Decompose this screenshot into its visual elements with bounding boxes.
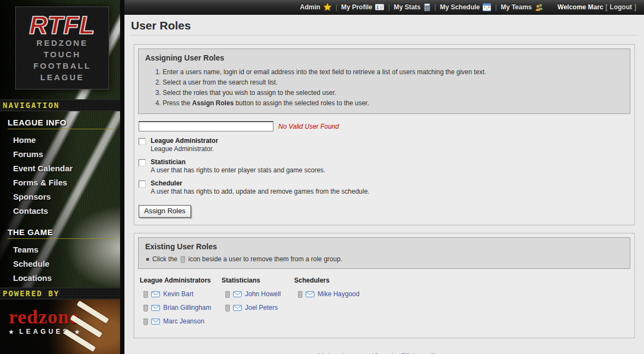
rtfl-logo[interactable]: RTFL REDZONE TOUCH FOOTBALL LEAGUE xyxy=(15,7,109,89)
sidebar-divider xyxy=(120,0,124,354)
note-text-pre: Click the xyxy=(152,255,177,263)
star-glyph: ★ xyxy=(9,329,15,335)
rtfl-logo-line: FOOTBALL xyxy=(33,60,91,71)
note-text-post: icon beside a user to remove them from a… xyxy=(188,255,342,263)
rtfl-logo-line: LEAGUE xyxy=(40,71,85,83)
topbar-my-schedule-label: My Schedule xyxy=(440,3,480,11)
topbar-my-schedule-link[interactable]: My Schedule xyxy=(440,3,491,11)
logout-link[interactable]: Logout xyxy=(610,3,632,11)
powered-by-label: POWERED BY xyxy=(3,289,59,298)
existing-roles-note: Click the icon beside a user to remove t… xyxy=(145,255,623,263)
email-user-icon[interactable] xyxy=(151,305,160,311)
assigning-box-title: Assigning User Roles xyxy=(145,53,623,62)
menu-header-league-info: LEAGUE INFO xyxy=(8,118,115,129)
menu-header-the-game: THE GAME xyxy=(8,227,115,239)
navigation-banner: NAVIGATION xyxy=(0,99,120,111)
group-league-administrators: League Administrators Kevin Bart Brian G… xyxy=(140,277,222,331)
user-row: Marc Jeanson xyxy=(143,317,222,326)
user-row: Joel Peters xyxy=(225,303,294,312)
topbar-admin-link[interactable]: Admin xyxy=(300,3,331,11)
top-navigation-bar: Admin | My Profile | My Stats | My Sched… xyxy=(124,0,644,15)
navigation-banner-label: NAVIGATION xyxy=(3,101,59,110)
trash-icon xyxy=(180,256,186,263)
instruction-step: Enter a users name, login id or email ad… xyxy=(163,67,623,77)
powered-by-banner: POWERED BY xyxy=(0,287,120,299)
assign-roles-button[interactable]: Assign Roles xyxy=(139,205,191,218)
scheduler-checkbox[interactable] xyxy=(139,181,146,188)
sidebar-item-event-calendar[interactable]: Event Calendar xyxy=(8,161,120,175)
statistician-checkbox[interactable] xyxy=(139,159,146,166)
calculator-icon xyxy=(424,3,431,11)
assigning-instructions-list: Enter a users name, login id or email ad… xyxy=(163,67,623,108)
topbar-my-teams-label: My Teams xyxy=(500,3,532,11)
user-name-link[interactable]: Joel Peters xyxy=(245,304,278,311)
remove-user-trash-icon[interactable] xyxy=(143,304,148,311)
sidebar-item-schedule[interactable]: Schedule xyxy=(8,256,120,271)
rtfl-logo-line: TOUCH xyxy=(44,49,81,60)
sidebar-item-locations[interactable]: Locations xyxy=(8,271,120,285)
topbar-my-profile-link[interactable]: My Profile xyxy=(341,3,384,11)
user-name-link[interactable]: Brian Gillingham xyxy=(163,304,211,311)
role-description: A user that has rights to enter player s… xyxy=(151,166,325,174)
no-valid-user-message: No Valid User Found xyxy=(278,123,339,130)
email-user-icon[interactable] xyxy=(306,291,314,297)
group-title: Schedulers xyxy=(294,277,360,284)
star-icon xyxy=(323,3,332,11)
user-row: Brian Gillingham xyxy=(143,303,222,312)
user-name-link[interactable]: John Howell xyxy=(245,290,281,298)
redzone-leagues-sub-label: LEAGUES xyxy=(19,328,70,335)
group-schedulers: Schedulers Mike Haygood xyxy=(294,277,360,331)
remove-user-trash-icon[interactable] xyxy=(143,318,148,325)
user-search-input[interactable] xyxy=(139,121,273,131)
group-statisticians: Statisticians John Howell Joel Peters xyxy=(222,277,294,331)
assigning-instructions-box: Assigning User Roles Enter a users name,… xyxy=(138,49,630,114)
bullet-square xyxy=(146,258,149,261)
sidebar-item-forums[interactable]: Forums xyxy=(8,147,120,161)
remove-user-trash-icon[interactable] xyxy=(297,291,303,298)
calendar-icon xyxy=(482,3,491,11)
role-name: League Administrator xyxy=(151,137,218,145)
sidebar-item-teams[interactable]: Teams xyxy=(8,242,120,256)
instruction-step-text: Press the xyxy=(163,99,192,107)
user-name-link[interactable]: Mike Haygood xyxy=(318,290,360,298)
topbar-my-profile-label: My Profile xyxy=(341,3,372,11)
role-option-scheduler: Scheduler A user that has rights to add,… xyxy=(139,179,630,195)
email-user-icon[interactable] xyxy=(233,291,242,297)
assigning-user-roles-section: Assigning User Roles Enter a users name,… xyxy=(134,44,635,225)
remove-user-trash-icon[interactable] xyxy=(225,291,230,298)
existing-roles-groups: League Administrators Kevin Bart Brian G… xyxy=(140,277,630,331)
group-icon xyxy=(535,3,544,11)
user-name-link[interactable]: Kevin Bart xyxy=(163,290,193,298)
sidebar-item-home[interactable]: Home xyxy=(8,133,120,147)
email-user-icon[interactable] xyxy=(151,319,160,325)
instruction-step-text: button to assign the selected roles to t… xyxy=(234,99,369,107)
user-name-link[interactable]: Marc Jeanson xyxy=(163,317,204,325)
existing-user-roles-section: Existing User Roles Click the icon besid… xyxy=(134,233,635,338)
group-title: League Administrators xyxy=(140,277,222,284)
title-divider xyxy=(131,35,637,35)
sidebar-item-forms-files[interactable]: Forms & Files xyxy=(8,175,120,189)
user-row: John Howell xyxy=(225,290,294,298)
rtfl-logo-line: REDZONE xyxy=(37,37,88,49)
role-option-league-administrator: League Administrator League Administrato… xyxy=(139,137,630,153)
topbar-my-teams-link[interactable]: My Teams xyxy=(500,3,543,11)
topbar-separator: | xyxy=(495,3,497,11)
email-user-icon[interactable] xyxy=(233,305,242,311)
sidebar-item-sponsors[interactable]: Sponsors xyxy=(8,189,120,203)
topbar-my-stats-link[interactable]: My Stats xyxy=(393,3,430,11)
email-user-icon[interactable] xyxy=(151,291,160,297)
redzone-leagues-logo-area: redzone ★ LEAGUES ★ xyxy=(0,299,120,354)
topbar-admin-label: Admin xyxy=(300,3,320,11)
topbar-separator: | xyxy=(336,3,337,11)
league-administrator-checkbox[interactable] xyxy=(139,138,146,145)
role-texts: Scheduler A user that has rights to add,… xyxy=(151,179,369,195)
role-texts: Statistician A user that has rights to e… xyxy=(151,158,325,174)
role-description: A user that has rights to add, update an… xyxy=(151,188,369,195)
sidebar-item-contacts[interactable]: Contacts xyxy=(8,203,120,218)
remove-user-trash-icon[interactable] xyxy=(225,304,230,311)
existing-roles-header-box: Existing User Roles Click the icon besid… xyxy=(138,237,630,269)
app-window: RTFL REDZONE TOUCH FOOTBALL LEAGUE NAVIG… xyxy=(0,0,644,354)
remove-user-trash-icon[interactable] xyxy=(143,291,148,298)
user-row: Kevin Bart xyxy=(143,290,222,298)
logout-bracket: ] xyxy=(634,3,636,11)
